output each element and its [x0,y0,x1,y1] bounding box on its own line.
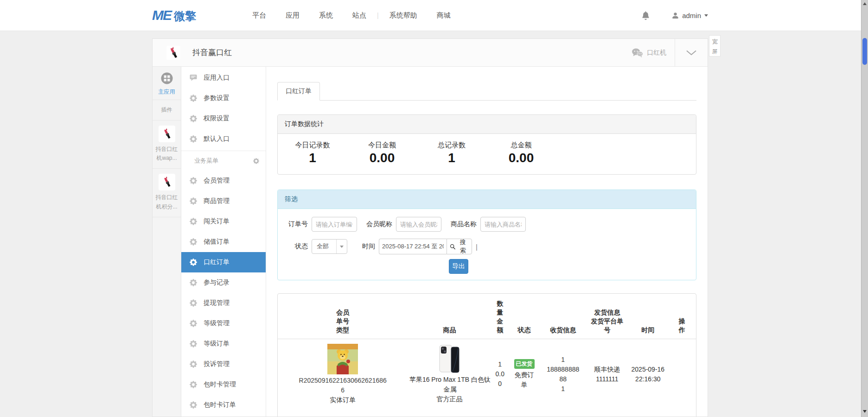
chevron-down-icon[interactable] [675,39,708,66]
gear-icon [190,401,197,409]
tab-lipstick-orders[interactable]: 口红订单 [277,82,320,101]
sidebar-item-label: 默认入口 [204,135,230,143]
product-name-input[interactable] [480,217,526,232]
sidebar-item-time-card-management[interactable]: 包时卡管理 [181,374,266,395]
sidebar-item-withdrawals[interactable]: 提现管理 [181,293,266,313]
gear-icon [190,360,197,368]
sidebar-item-app-entry[interactable]: 应用入口 [181,68,266,88]
sidebar-item-label: 闯关订单 [204,217,230,226]
caret-down-icon [336,240,347,253]
stat-total-amount: 总金额 0.00 [486,141,556,165]
caret-down-icon [704,14,708,17]
rail-item-main-app[interactable]: 主应用 [153,67,181,100]
gear-icon [190,197,197,205]
lipstick-icon [166,46,180,60]
status-select[interactable]: 全部 [312,239,347,254]
stat-value: 0.00 [486,151,556,165]
sidebar-item-label: 会员管理 [204,177,230,185]
grid-icon [161,72,173,84]
sidebar-item-permission-settings[interactable]: 权限设置 [181,108,266,129]
sidebar-item-label: 包时卡管理 [204,380,236,389]
topnav-item-platform[interactable]: 平台 [243,0,276,31]
top-navbar: ME 微擎 平台 应用 系统 站点 | 系统帮助 商城 admin [0,0,868,31]
search-button[interactable]: 搜索 [447,239,472,254]
weiqin-logo[interactable]: ME 微擎 [152,7,196,24]
sidebar-item-time-card-orders[interactable]: 包时卡订单 [181,395,266,415]
order-no-input[interactable] [312,217,357,232]
sidebar-item-label: 参与记录 [204,278,230,287]
lipstick-icon [159,174,175,190]
scrollbar-thumb[interactable] [862,38,867,65]
cell-status: 已发货 免费订单 [509,339,540,410]
app-title: 抖音赢口红 [192,47,232,58]
bell-icon[interactable] [641,11,650,20]
cell-receiver: 1 18888888888 1 [540,339,586,410]
export-button[interactable]: 导出 [449,259,468,274]
sidebar-item-complaints[interactable]: 投诉管理 [181,354,266,374]
shipping-carrier: 顺丰快递 [587,365,627,374]
text-cursor: | [476,243,478,251]
sidebar-item-default-entry[interactable]: 默认入口 [181,129,266,149]
sidebar-item-members[interactable]: 会员管理 [181,171,266,191]
sidebar-item-participation-records[interactable]: 参与记录 [181,272,266,293]
topnav-item-system[interactable]: 系统 [309,0,343,31]
cell-time: 2025-09-16 22:16:30 [628,339,668,410]
sidebar-item-level-orders[interactable]: 等级订单 [181,334,266,354]
sidebar-menu: 应用入口 参数设置 权限设置 默认入口 业务菜单 会员管理 [181,67,266,417]
gear-icon [190,95,197,102]
logo-mark: ME [152,7,171,23]
cell-member: R202509162216306626216866 实体订单 [278,339,408,410]
scroll-down-arrow-icon[interactable] [863,410,867,413]
topnav-item-help[interactable]: 系统帮助 [380,0,427,31]
sidebar-item-label: 商品管理 [204,197,230,205]
logo-text: 微擎 [174,9,196,24]
channel-label: 口红机 [647,49,666,57]
product-name: 苹果16 Pro Max 1TB 白色钛金属 [408,375,491,394]
sidebar-item-stored-value-orders[interactable]: 储值订单 [181,232,266,252]
stat-value: 1 [278,151,347,165]
username: admin [682,12,701,19]
sidebar-item-level-pass-orders[interactable]: 闯关订单 [181,211,266,232]
topnav-item-site[interactable]: 站点 [343,0,376,31]
time-range-input[interactable] [379,239,447,254]
col-receiver-info: 收货信息 [540,294,586,339]
topnav-item-store[interactable]: 商城 [427,0,460,31]
sidebar-item-products[interactable]: 商品管理 [181,191,266,211]
stat-value: 0.00 [347,151,417,165]
receiver-name: 1 [541,355,585,365]
plugin-name: 抖音口红机积分... [154,193,179,211]
stat-label: 今日金额 [347,141,417,150]
sidebar-item-param-settings[interactable]: 参数设置 [181,88,266,108]
cell-product: 苹果16 Pro Max 1TB 白色钛金属 官方正品 [408,339,491,410]
nickname-input[interactable] [396,217,441,232]
table-header-row: 会员 单号 类型 商品 数量 金额 状态 收货信息 [278,294,696,339]
cell-qty-amount: 1 0.00 [491,339,509,410]
plugins-section-label: 插件 [153,100,181,120]
cell-shipping: 顺丰快递 1111111 [586,339,628,410]
scrollbar[interactable] [861,0,868,417]
col-actions: 操作 [668,294,696,339]
menu-divider: | [376,12,380,19]
receiver-address: 1 [541,384,585,394]
gear-icon [190,259,197,266]
plugin-name: 抖音口红机wap... [154,145,179,163]
gear-icon [190,340,197,348]
sidebar-item-lipstick-orders[interactable]: 口红订单 [181,252,266,272]
sidebar-item-label: 投诉管理 [204,360,230,368]
sidebar-item-label: 应用入口 [204,74,230,82]
orders-table-panel: 会员 单号 类型 商品 数量 金额 状态 收货信息 [277,293,696,417]
user-menu[interactable]: admin [671,12,708,19]
gear-icon [190,135,197,143]
app-rail: 主应用 插件 抖音口红机wap... 抖音口红机积分... [153,67,181,417]
stat-label: 今日记录数 [278,141,347,150]
gear-icon[interactable] [253,158,259,164]
scroll-up-arrow-icon[interactable] [863,2,867,5]
rail-plugin-wap[interactable]: 抖音口红机wap... [153,120,181,169]
sidebar-item-label: 提现管理 [204,299,230,307]
sidebar-item-level-management[interactable]: 等级管理 [181,313,266,334]
channel-switcher[interactable]: 口红机 [632,48,666,57]
rail-plugin-points[interactable]: 抖音口红机积分... [153,169,181,217]
widescreen-toggle[interactable]: 宽屏 [709,35,721,57]
topnav-item-apps[interactable]: 应用 [276,0,309,31]
stat-label: 总金额 [486,141,556,150]
